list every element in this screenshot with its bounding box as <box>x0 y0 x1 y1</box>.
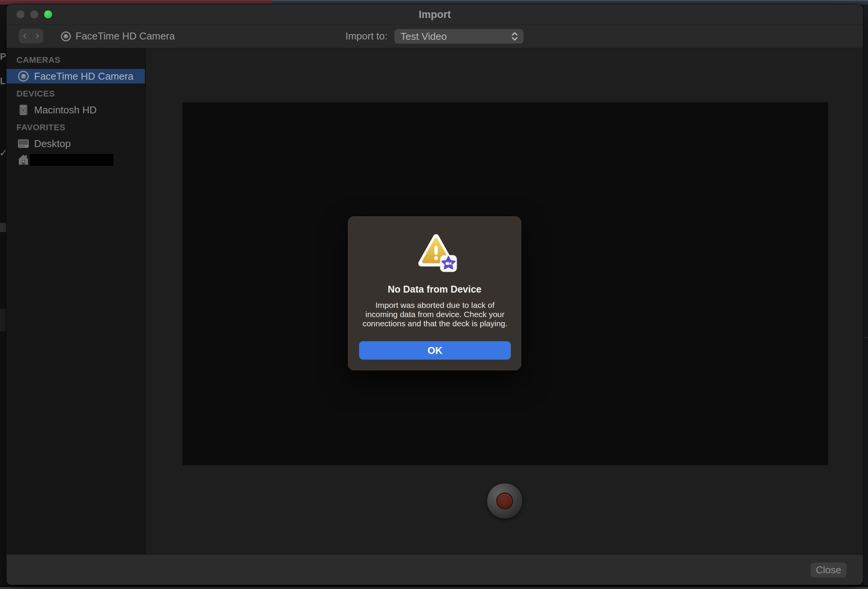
background-panel-divider <box>863 337 868 338</box>
dialog-title: No Data from Device <box>348 284 521 295</box>
background-bar-fragment <box>0 309 6 331</box>
camera-icon <box>61 31 71 41</box>
import-to-popup[interactable]: Test Video <box>394 29 523 44</box>
chevron-up-down-icon <box>508 31 521 42</box>
dialog-body-line: Import was aborted due to lack of <box>358 301 512 310</box>
back-forward-control: ‹ › <box>19 29 43 43</box>
background-app-bottom-edge <box>0 585 868 589</box>
background-app-left-edge: P LI ✓ <box>0 5 6 589</box>
close-button[interactable]: Close <box>811 563 847 578</box>
record-dot-icon <box>496 492 513 509</box>
sidebar: CAMERAS FaceTime HD Camera DEVICES Macin <box>7 48 146 555</box>
toolbar-device-label: FaceTime HD Camera <box>75 25 175 48</box>
sidebar-item-desktop[interactable]: Desktop <box>7 136 145 151</box>
alert-dialog: No Data from Device Import was aborted d… <box>348 216 521 370</box>
background-app-right-edge <box>863 5 868 589</box>
dialog-body-line: connections and that the deck is playing… <box>358 319 512 328</box>
background-text-fragment: P <box>0 51 6 62</box>
dialog-body-line: incoming data from device. Check your <box>358 310 512 319</box>
forward-button[interactable]: › <box>31 29 44 43</box>
sidebar-item-macintosh-hd[interactable]: Macintosh HD <box>7 103 145 117</box>
record-button[interactable] <box>487 483 523 519</box>
sidebar-item-label: FaceTime HD Camera <box>34 70 133 82</box>
sidebar-item-home[interactable] <box>7 152 145 167</box>
sidebar-item-label: Desktop <box>34 138 71 150</box>
home-icon <box>17 154 30 166</box>
desktop-icon <box>17 137 30 150</box>
imovie-badge-icon <box>440 255 457 272</box>
import-to-label: Import to: <box>345 25 387 48</box>
sidebar-section-favorites: FAVORITES <box>16 123 145 133</box>
background-bottom-band <box>0 587 868 589</box>
warning-icon <box>416 232 458 273</box>
sidebar-section-cameras: CAMERAS <box>16 55 145 65</box>
toolbar: ‹ › FaceTime HD Camera Import to: Test V… <box>7 25 863 48</box>
sidebar-item-facetime-camera[interactable]: FaceTime HD Camera <box>7 69 145 83</box>
sidebar-item-label: Macintosh HD <box>34 104 97 116</box>
redacted-label <box>30 154 113 166</box>
window-title: Import <box>7 4 863 25</box>
sidebar-section-devices: DEVICES <box>16 89 145 99</box>
bottom-bar: Close <box>7 554 863 585</box>
hard-drive-icon <box>17 104 30 116</box>
ok-button[interactable]: OK <box>359 341 511 360</box>
title-bar: Import <box>7 4 863 25</box>
dialog-body: Import was aborted due to lack of incomi… <box>358 301 512 328</box>
camera-icon <box>17 70 30 82</box>
background-bar-fragment <box>0 223 6 232</box>
back-button[interactable]: ‹ <box>19 29 31 43</box>
popup-selected-value: Test Video <box>394 31 508 43</box>
